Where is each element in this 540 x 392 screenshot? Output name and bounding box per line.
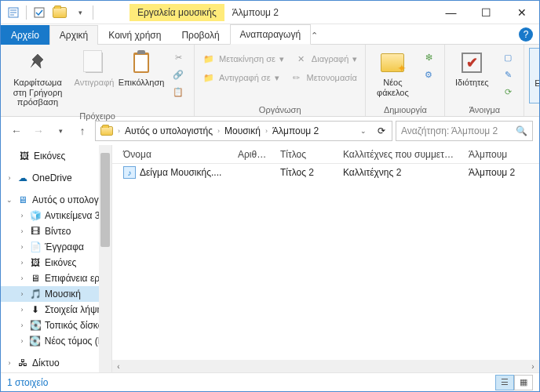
tree-videos[interactable]: ›🎞Βίντεο [1, 223, 111, 239]
address-bar[interactable]: › Αυτός ο υπολογιστής › Μουσική › Άλμπου… [95, 121, 392, 141]
details-view-button[interactable]: ☰ [495, 375, 514, 390]
tree-scroll-thumb[interactable] [100, 153, 110, 247]
history-button[interactable]: ⟳ [498, 84, 517, 100]
address-dropdown-icon[interactable]: ⌄ [356, 127, 371, 135]
col-number[interactable]: Αριθμ... [232, 149, 274, 160]
edit-button[interactable]: ✎ [498, 67, 517, 82]
search-placeholder: Αναζήτηση: Άλμπουμ 2 [401, 125, 498, 136]
search-box[interactable]: Αναζήτηση: Άλμπουμ 2 🔍 [396, 121, 533, 141]
col-name[interactable]: Όνομα [117, 149, 232, 160]
folder-icon[interactable] [52, 5, 68, 20]
objects3d-icon: 🧊 [29, 209, 42, 222]
select-button[interactable]: Επιλογή [529, 48, 540, 103]
open-button[interactable]: ▢ [498, 49, 517, 65]
breadcrumb-thispc[interactable]: Αυτός ο υπολογιστής [122, 125, 216, 136]
up-button[interactable]: ↑ [73, 122, 92, 140]
tree-3dobjects[interactable]: ›🧊Αντικείμενα 3D [1, 208, 111, 223]
column-headers[interactable]: Όνομα Αριθμ... Τίτλος Καλλιτέχνες που συ… [112, 145, 539, 164]
documents-icon: 📄 [29, 241, 42, 253]
paste-shortcut-button[interactable]: 📋 [169, 84, 188, 100]
help-icon[interactable]: ? [519, 27, 533, 42]
col-title[interactable]: Τίτλος [274, 149, 337, 160]
properties-button[interactable]: ✔ Ιδιότητες [450, 48, 494, 103]
search-icon: 🔍 [516, 125, 527, 136]
tree-pictures[interactable]: 🖼Εικόνες [1, 148, 111, 164]
tab-play[interactable]: Αναπαραγωγή [230, 24, 312, 45]
new-small-buttons: ❇ ⚙ [418, 48, 440, 103]
desktop-icon: 🖥 [29, 272, 42, 285]
paste-icon [133, 50, 149, 75]
tree-downloads[interactable]: ›⬇Στοιχεία λήψης [1, 302, 111, 318]
tree-newvol[interactable]: ›💽Νέος τόμος (E:) [1, 333, 111, 349]
scroll-right-icon[interactable]: › [527, 362, 539, 371]
col-album[interactable]: Άλμπουμ [462, 149, 539, 160]
caret-icon[interactable]: › [217, 127, 220, 135]
col-artists[interactable]: Καλλιτέχνες που συμμετέχουν [337, 149, 462, 160]
close-button[interactable]: ✕ [504, 1, 539, 24]
pictures-icon: 🖼 [18, 150, 31, 162]
tree-localdisk[interactable]: ›💽Τοπικός δίσκος [1, 318, 111, 333]
tree-thispc[interactable]: ⌄🖥Αυτός ο υπολογι [1, 192, 111, 208]
caret-icon[interactable]: › [118, 127, 120, 135]
ribbon: Καρφίτσωμα στη Γρήγορη πρόσβαση Αντιγραφ… [1, 45, 539, 117]
pictures-icon: 🖼 [29, 256, 42, 269]
new-item-button[interactable]: ❇ [419, 49, 438, 65]
breadcrumb-music[interactable]: Μουσική [221, 125, 264, 136]
tree-onedrive[interactable]: ›☁OneDrive [1, 170, 111, 186]
tree-desktop[interactable]: ›🖥Επιφάνεια εργα [1, 270, 111, 286]
folder-icon [97, 126, 116, 136]
select-group-label [529, 103, 540, 114]
tab-view[interactable]: Προβολή [171, 25, 229, 45]
scroll-left-icon[interactable]: ‹ [112, 362, 125, 371]
title-bar: ▾ Εργαλεία μουσικής Άλμπουμ 2 — ☐ ✕ [1, 1, 539, 24]
copy-button[interactable]: Αντιγραφή [73, 48, 115, 110]
collapse-ribbon-icon[interactable]: ⌃ [311, 31, 318, 41]
thumbnails-view-button[interactable]: ▦ [514, 375, 533, 390]
open-group-label: Άνοιγμα [450, 103, 519, 114]
tree-documents[interactable]: ›📄Έγγραφα [1, 239, 111, 255]
rename-button[interactable]: ✏Μετονομασία [287, 70, 360, 85]
checkbox-icon[interactable] [31, 5, 47, 20]
tab-file[interactable]: Αρχείο [1, 25, 49, 45]
paste-button[interactable]: Επικόλληση [119, 48, 164, 110]
copy-path-button[interactable]: 🔗 [169, 67, 188, 82]
back-button[interactable]: ← [7, 122, 26, 140]
tree-network[interactable]: ›🖧Δίκτυο [1, 355, 111, 371]
forward-button[interactable]: → [29, 122, 48, 140]
minimize-button[interactable]: — [433, 1, 469, 24]
separator [26, 5, 27, 20]
easy-access-button[interactable]: ⚙ [419, 67, 438, 82]
window-title: Άλμπουμ 2 [224, 4, 286, 21]
horizontal-scrollbar[interactable]: ‹ › [112, 360, 539, 372]
tree-scrollbar[interactable] [99, 145, 111, 372]
onedrive-icon: ☁ [16, 172, 29, 184]
properties-icon[interactable] [5, 5, 21, 20]
recent-dropdown[interactable]: ▾ [51, 122, 70, 140]
tree-music[interactable]: ›🎵Μουσική [1, 286, 111, 302]
qat-dropdown-icon[interactable]: ▾ [72, 5, 88, 20]
group-open: ✔ Ιδιότητες ▢ ✎ ⟳ Άνοιγμα [445, 45, 524, 116]
shortcut-icon: 📋 [172, 85, 184, 98]
pc-icon: 🖥 [16, 194, 29, 206]
videos-icon: 🎞 [29, 225, 42, 238]
disk-icon: 💽 [29, 335, 42, 347]
new-folder-button[interactable]: Νέος φάκελος [370, 48, 414, 103]
cut-button[interactable]: ✂ [169, 49, 188, 65]
group-clipboard: Καρφίτσωμα στη Γρήγορη πρόσβαση Αντιγραφ… [1, 45, 195, 116]
tab-home[interactable]: Αρχική [49, 25, 98, 45]
pin-quick-access-button[interactable]: Καρφίτσωμα στη Γρήγορη πρόσβαση [5, 48, 70, 110]
separator [93, 5, 93, 20]
maximize-button[interactable]: ☐ [469, 1, 504, 24]
tree-pictures2[interactable]: ›🖼Εικόνες [1, 255, 111, 270]
delete-button[interactable]: ✕Διαγραφή ▾ [292, 51, 361, 67]
navigation-tree[interactable]: 🖼Εικόνες ›☁OneDrive ⌄🖥Αυτός ο υπολογι ›🧊… [1, 145, 112, 372]
tab-share[interactable]: Κοινή χρήση [98, 25, 171, 45]
copy-to-button[interactable]: 📁Αντιγραφή σε ▾ [199, 70, 283, 85]
ribbon-tabs: Αρχείο Αρχική Κοινή χρήση Προβολή Αναπαρ… [1, 24, 539, 45]
music-file-icon: ♪ [123, 166, 136, 179]
caret-icon[interactable]: › [265, 127, 268, 135]
breadcrumb-album[interactable]: Άλμπουμ 2 [269, 125, 322, 136]
file-row[interactable]: ♪Δείγμα Μουσικής.... Τίτλος 2 Καλλιτέχνη… [112, 164, 539, 181]
refresh-icon[interactable]: ⟳ [373, 125, 390, 136]
move-to-button[interactable]: 📁Μετακίνηση σε ▾ [199, 51, 287, 67]
